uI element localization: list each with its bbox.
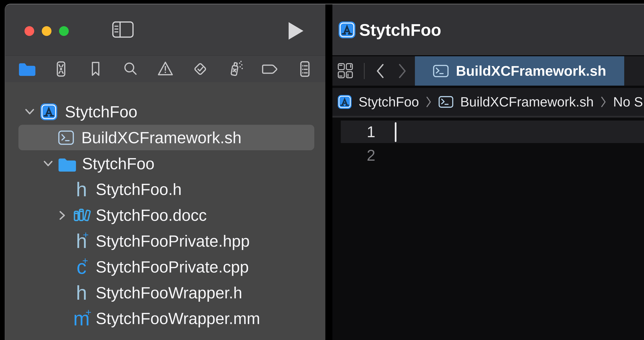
back-chevron-icon[interactable] [375, 63, 385, 79]
breadcrumb-file[interactable]: BuildXCFramework.sh [460, 94, 594, 110]
chevron-right-icon [426, 96, 432, 108]
find-navigator-icon[interactable] [121, 60, 140, 78]
window-toolbar [5, 4, 325, 56]
tab-label: BuildXCFramework.sh [456, 63, 606, 79]
xcode-window: StytchFoo BuildXCFramework.sh [5, 4, 644, 340]
issues-navigator-icon[interactable] [156, 60, 174, 78]
breadcrumb-project[interactable]: StytchFoo [358, 94, 419, 110]
line-number: 2 [339, 144, 375, 166]
chevron-right-icon[interactable] [58, 210, 66, 221]
header-file-icon: h [72, 280, 91, 306]
tree-item-label: StytchFooPrivate.cpp [96, 254, 249, 280]
editor-layout-grid-icon[interactable] [337, 63, 353, 79]
breadcrumb-selection[interactable]: No S [613, 94, 643, 110]
chevron-down-icon[interactable] [24, 107, 36, 116]
tests-navigator-icon[interactable] [191, 60, 210, 78]
shell-script-icon [433, 65, 449, 77]
forward-chevron-icon[interactable] [397, 63, 407, 79]
app-project-icon [338, 21, 356, 39]
tree-row-project-root[interactable]: StytchFoo [5, 99, 325, 125]
tree-item-label: StytchFoo [82, 151, 154, 177]
docc-books-icon [72, 206, 91, 225]
line-number: 1 [339, 121, 375, 143]
project-file-tree: StytchFoo BuildXCFramework.sh [5, 82, 325, 340]
tab-buildxcframework[interactable]: BuildXCFramework.sh [415, 56, 624, 86]
hpp-file-icon: h+ [72, 228, 91, 254]
toolbar-divider [364, 63, 364, 79]
tree-row-stytchfoowrapper-h[interactable]: h StytchFooWrapper.h [5, 280, 325, 306]
breakpoints-navigator-icon[interactable] [261, 60, 279, 78]
zoom-window-button[interactable] [59, 26, 69, 36]
tree-item-label: StytchFoo.h [96, 177, 182, 202]
app-project-icon[interactable] [338, 95, 352, 109]
tree-item-label: StytchFoo.docc [96, 202, 207, 228]
tree-row-stytchfooprivate-cpp[interactable]: c+ StytchFooPrivate.cpp [5, 254, 325, 280]
editor-header: StytchFoo [332, 4, 644, 56]
tree-item-label: StytchFooWrapper.h [96, 280, 242, 306]
tree-row-stytchfoowrapper-mm[interactable]: m+ StytchFooWrapper.mm [5, 306, 325, 331]
text-cursor [395, 122, 396, 142]
current-line-highlight [341, 121, 644, 143]
tree-row-buildxcframework[interactable]: BuildXCFramework.sh [5, 125, 325, 151]
editor-tab-bar: BuildXCFramework.sh [332, 56, 644, 88]
app-project-icon [40, 103, 58, 121]
editor-pane: StytchFoo [332, 4, 644, 340]
reports-navigator-icon[interactable] [296, 60, 314, 78]
tree-row-stytchfoo-folder[interactable]: StytchFoo [5, 151, 325, 177]
objcpp-file-icon: m+ [72, 306, 91, 331]
run-play-button[interactable] [289, 22, 304, 40]
tree-item-label: StytchFoo [65, 99, 137, 125]
tree-row-stytchfoo-h[interactable]: h StytchFoo.h [5, 177, 325, 202]
bookmarks-navigator-icon[interactable] [86, 60, 105, 78]
tree-item-label: StytchFooWrapper.mm [96, 306, 260, 331]
tree-item-label: StytchFooPrivate.hpp [96, 228, 250, 254]
debug-navigator-icon[interactable] [226, 60, 244, 78]
jump-bar-breadcrumb: StytchFoo BuildXCFramework.sh No S [332, 88, 644, 117]
sidebar-toggle-icon[interactable] [112, 21, 134, 38]
tree-item-label: BuildXCFramework.sh [81, 125, 242, 151]
header-file-icon: h [72, 177, 91, 202]
editor-title: StytchFoo [359, 21, 441, 39]
chevron-right-icon [600, 96, 606, 108]
navigator-tab-bar [5, 56, 325, 82]
folder-icon [58, 157, 77, 172]
navigator-sidebar: StytchFoo BuildXCFramework.sh [5, 4, 325, 340]
tree-row-stytchfoo-docc[interactable]: StytchFoo.docc [5, 202, 325, 228]
chevron-down-icon[interactable] [42, 159, 54, 168]
tree-row-stytchfooprivate-hpp[interactable]: h+ StytchFooPrivate.hpp [5, 228, 325, 254]
close-window-button[interactable] [24, 26, 34, 36]
shell-script-icon [58, 130, 74, 145]
minimize-window-button[interactable] [42, 26, 52, 36]
shell-script-icon [438, 96, 454, 108]
project-navigator-folder-icon[interactable] [17, 60, 36, 78]
source-editor[interactable]: 1 2 [332, 119, 644, 340]
cpp-file-icon: c+ [72, 254, 91, 280]
source-control-navigator-icon[interactable] [52, 60, 70, 78]
